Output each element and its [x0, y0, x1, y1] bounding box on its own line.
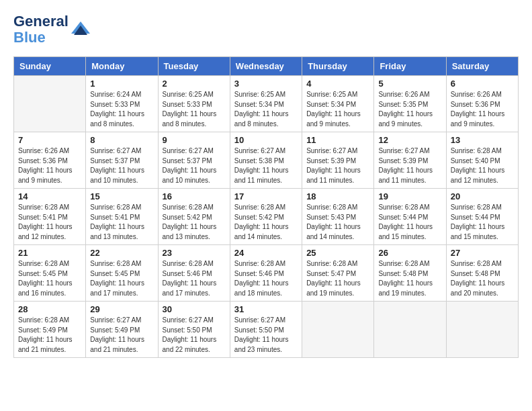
day-number: 7: [18, 135, 81, 145]
day-number: 16: [163, 191, 226, 201]
day-info: Sunrise: 6:28 AMSunset: 5:44 PMDaylight:…: [451, 203, 514, 242]
day-number: 23: [163, 248, 226, 258]
day-number: 13: [451, 135, 514, 145]
calendar-cell: 26Sunrise: 6:28 AMSunset: 5:48 PMDayligh…: [374, 245, 446, 302]
day-number: 20: [451, 191, 514, 201]
calendar-cell: 17Sunrise: 6:28 AMSunset: 5:42 PMDayligh…: [230, 189, 302, 245]
day-info: Sunrise: 6:27 AMSunset: 5:39 PMDaylight:…: [378, 146, 441, 185]
day-info: Sunrise: 6:25 AMSunset: 5:34 PMDaylight:…: [234, 90, 298, 129]
day-number: 31: [234, 304, 298, 314]
day-info: Sunrise: 6:28 AMSunset: 5:49 PMDaylight:…: [18, 316, 81, 355]
day-info: Sunrise: 6:27 AMSunset: 5:37 PMDaylight:…: [163, 146, 226, 185]
logo-icon: [70, 20, 91, 39]
day-number: 22: [90, 248, 153, 258]
calendar-cell: 13Sunrise: 6:28 AMSunset: 5:40 PMDayligh…: [446, 132, 518, 189]
calendar-cell: 19Sunrise: 6:28 AMSunset: 5:44 PMDayligh…: [374, 189, 446, 245]
day-number: 17: [234, 191, 298, 201]
calendar-cell: 23Sunrise: 6:28 AMSunset: 5:46 PMDayligh…: [158, 245, 230, 302]
calendar-cell: 28Sunrise: 6:28 AMSunset: 5:49 PMDayligh…: [14, 302, 86, 358]
day-info: Sunrise: 6:26 AMSunset: 5:36 PMDaylight:…: [18, 146, 81, 185]
header: GeneralBlue: [13, 13, 519, 46]
calendar-cell: 31Sunrise: 6:27 AMSunset: 5:50 PMDayligh…: [230, 302, 302, 358]
day-info: Sunrise: 6:28 AMSunset: 5:45 PMDaylight:…: [18, 259, 81, 298]
calendar-cell: [446, 302, 518, 358]
day-info: Sunrise: 6:28 AMSunset: 5:40 PMDaylight:…: [451, 146, 514, 185]
day-number: 15: [90, 191, 153, 201]
day-info: Sunrise: 6:27 AMSunset: 5:50 PMDaylight:…: [163, 316, 226, 355]
calendar-cell: 14Sunrise: 6:28 AMSunset: 5:41 PMDayligh…: [14, 189, 86, 245]
day-info: Sunrise: 6:27 AMSunset: 5:49 PMDaylight:…: [90, 316, 153, 355]
day-number: 5: [378, 79, 441, 89]
calendar-cell: 3Sunrise: 6:25 AMSunset: 5:34 PMDaylight…: [230, 76, 302, 132]
day-number: 1: [90, 79, 153, 89]
day-number: 28: [18, 304, 81, 314]
calendar-cell: 22Sunrise: 6:28 AMSunset: 5:45 PMDayligh…: [86, 245, 158, 302]
day-info: Sunrise: 6:28 AMSunset: 5:46 PMDaylight:…: [234, 259, 298, 298]
day-number: 24: [234, 248, 298, 258]
header-row: SundayMondayTuesdayWednesdayThursdayFrid…: [14, 57, 519, 76]
day-info: Sunrise: 6:28 AMSunset: 5:45 PMDaylight:…: [90, 259, 153, 298]
calendar-cell: 10Sunrise: 6:27 AMSunset: 5:38 PMDayligh…: [230, 132, 302, 189]
calendar-cell: 24Sunrise: 6:28 AMSunset: 5:46 PMDayligh…: [230, 245, 302, 302]
calendar-cell: 20Sunrise: 6:28 AMSunset: 5:44 PMDayligh…: [446, 189, 518, 245]
day-number: 21: [18, 248, 81, 258]
day-number: 11: [306, 135, 369, 145]
logo: GeneralBlue: [13, 13, 91, 46]
day-number: 30: [163, 304, 226, 314]
col-header-thursday: Thursday: [302, 57, 374, 76]
day-number: 27: [451, 248, 514, 258]
calendar-cell: 30Sunrise: 6:27 AMSunset: 5:50 PMDayligh…: [158, 302, 230, 358]
week-row-4: 21Sunrise: 6:28 AMSunset: 5:45 PMDayligh…: [14, 245, 519, 302]
day-number: 3: [234, 79, 298, 89]
day-info: Sunrise: 6:27 AMSunset: 5:50 PMDaylight:…: [234, 316, 298, 355]
day-info: Sunrise: 6:28 AMSunset: 5:46 PMDaylight:…: [163, 259, 226, 298]
day-info: Sunrise: 6:28 AMSunset: 5:42 PMDaylight:…: [234, 203, 298, 242]
calendar-cell: 25Sunrise: 6:28 AMSunset: 5:47 PMDayligh…: [302, 245, 374, 302]
calendar-cell: 11Sunrise: 6:27 AMSunset: 5:39 PMDayligh…: [302, 132, 374, 189]
calendar-cell: 6Sunrise: 6:26 AMSunset: 5:36 PMDaylight…: [446, 76, 518, 132]
calendar-cell: 12Sunrise: 6:27 AMSunset: 5:39 PMDayligh…: [374, 132, 446, 189]
day-number: 9: [163, 135, 226, 145]
day-number: 18: [306, 191, 369, 201]
col-header-tuesday: Tuesday: [158, 57, 230, 76]
day-number: 29: [90, 304, 153, 314]
calendar-cell: 7Sunrise: 6:26 AMSunset: 5:36 PMDaylight…: [14, 132, 86, 189]
day-info: Sunrise: 6:28 AMSunset: 5:47 PMDaylight:…: [306, 259, 369, 298]
calendar-cell: 15Sunrise: 6:28 AMSunset: 5:41 PMDayligh…: [86, 189, 158, 245]
day-info: Sunrise: 6:28 AMSunset: 5:42 PMDaylight:…: [163, 203, 226, 242]
col-header-wednesday: Wednesday: [230, 57, 302, 76]
calendar-cell: [374, 302, 446, 358]
calendar-cell: 21Sunrise: 6:28 AMSunset: 5:45 PMDayligh…: [14, 245, 86, 302]
day-number: 14: [18, 191, 81, 201]
week-row-1: 1Sunrise: 6:24 AMSunset: 5:33 PMDaylight…: [14, 76, 519, 132]
day-number: 6: [451, 79, 514, 89]
calendar-cell: 27Sunrise: 6:28 AMSunset: 5:48 PMDayligh…: [446, 245, 518, 302]
day-info: Sunrise: 6:28 AMSunset: 5:48 PMDaylight:…: [378, 259, 441, 298]
day-info: Sunrise: 6:27 AMSunset: 5:38 PMDaylight:…: [234, 146, 298, 185]
day-number: 12: [378, 135, 441, 145]
col-header-monday: Monday: [86, 57, 158, 76]
day-number: 4: [306, 79, 369, 89]
day-info: Sunrise: 6:25 AMSunset: 5:33 PMDaylight:…: [163, 90, 226, 129]
week-row-5: 28Sunrise: 6:28 AMSunset: 5:49 PMDayligh…: [14, 302, 519, 358]
calendar-cell: 4Sunrise: 6:25 AMSunset: 5:34 PMDaylight…: [302, 76, 374, 132]
day-number: 8: [90, 135, 153, 145]
calendar-cell: 8Sunrise: 6:27 AMSunset: 5:37 PMDaylight…: [86, 132, 158, 189]
calendar-cell: 29Sunrise: 6:27 AMSunset: 5:49 PMDayligh…: [86, 302, 158, 358]
day-info: Sunrise: 6:26 AMSunset: 5:35 PMDaylight:…: [378, 90, 441, 129]
calendar-cell: 2Sunrise: 6:25 AMSunset: 5:33 PMDaylight…: [158, 76, 230, 132]
week-row-3: 14Sunrise: 6:28 AMSunset: 5:41 PMDayligh…: [14, 189, 519, 245]
day-info: Sunrise: 6:28 AMSunset: 5:41 PMDaylight:…: [90, 203, 153, 242]
day-number: 26: [378, 248, 441, 258]
day-number: 19: [378, 191, 441, 201]
calendar-cell: 16Sunrise: 6:28 AMSunset: 5:42 PMDayligh…: [158, 189, 230, 245]
day-info: Sunrise: 6:26 AMSunset: 5:36 PMDaylight:…: [451, 90, 514, 129]
day-info: Sunrise: 6:24 AMSunset: 5:33 PMDaylight:…: [90, 90, 153, 129]
day-info: Sunrise: 6:28 AMSunset: 5:44 PMDaylight:…: [378, 203, 441, 242]
logo-text: GeneralBlue: [13, 13, 69, 46]
day-info: Sunrise: 6:28 AMSunset: 5:48 PMDaylight:…: [451, 259, 514, 298]
calendar-cell: 9Sunrise: 6:27 AMSunset: 5:37 PMDaylight…: [158, 132, 230, 189]
day-info: Sunrise: 6:27 AMSunset: 5:37 PMDaylight:…: [90, 146, 153, 185]
col-header-sunday: Sunday: [14, 57, 86, 76]
calendar-cell: 18Sunrise: 6:28 AMSunset: 5:43 PMDayligh…: [302, 189, 374, 245]
